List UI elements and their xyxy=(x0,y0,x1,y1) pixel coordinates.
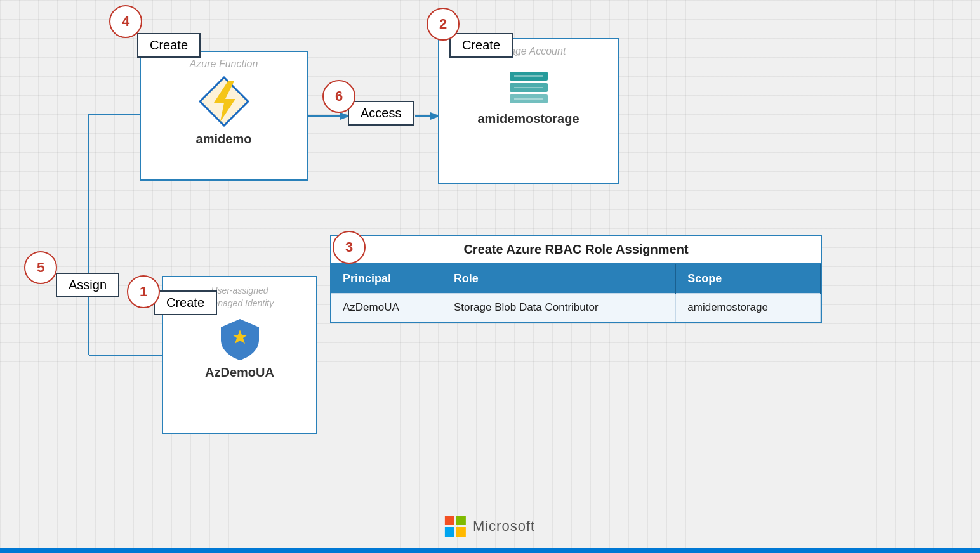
rbac-principal-cell: AzDemoUA xyxy=(331,294,442,322)
assign-button: Assign xyxy=(56,273,119,297)
rbac-table: Principal Role Scope AzDemoUA Storage Bl… xyxy=(331,264,821,322)
diagram-container: 4 Create Azure Function amidemo 6 Access… xyxy=(0,0,980,553)
step-4-circle: 4 xyxy=(109,5,142,38)
rbac-role-cell: Storage Blob Data Contributor xyxy=(442,294,675,322)
storage-box: Storage Account amidemostorage xyxy=(438,38,619,184)
rbac-title: Create Azure RBAC Role Assignment xyxy=(331,236,821,264)
create-storage-button: Create xyxy=(449,33,513,58)
rbac-container: Create Azure RBAC Role Assignment Princi… xyxy=(330,235,822,323)
rbac-header-scope: Scope xyxy=(676,264,821,294)
ms-squares xyxy=(445,516,467,537)
ms-square-yellow xyxy=(456,527,466,537)
az-function-box: Azure Function amidemo xyxy=(140,51,308,181)
step-5-circle: 5 xyxy=(24,251,57,284)
create-az-function-button: Create xyxy=(137,33,201,58)
storage-label-bottom: amidemostorage xyxy=(439,112,618,133)
step-2-circle: 2 xyxy=(427,8,460,41)
storage-icon xyxy=(507,68,551,107)
step-6-circle: 6 xyxy=(322,80,355,113)
ms-square-green xyxy=(456,516,466,525)
identity-label-bottom: AzDemoUA xyxy=(163,365,316,386)
microsoft-logo: Microsoft xyxy=(445,516,535,537)
table-row: AzDemoUA Storage Blob Data Contributor a… xyxy=(331,294,821,322)
rbac-scope-cell: amidemostorage xyxy=(676,294,821,322)
rbac-header-role: Role xyxy=(442,264,675,294)
step-3-circle: 3 xyxy=(333,231,366,264)
az-function-label-bottom: amidemo xyxy=(141,132,307,153)
access-button: Access xyxy=(348,101,414,126)
lightning-icon xyxy=(199,76,249,127)
rbac-header-principal: Principal xyxy=(331,264,442,294)
step-1-circle: 1 xyxy=(127,275,160,308)
identity-icon xyxy=(218,316,262,360)
bottom-bar xyxy=(0,548,980,553)
microsoft-text: Microsoft xyxy=(473,518,535,535)
create-identity-button: Create xyxy=(154,290,217,315)
ms-square-blue xyxy=(445,527,454,537)
ms-square-red xyxy=(445,516,454,525)
